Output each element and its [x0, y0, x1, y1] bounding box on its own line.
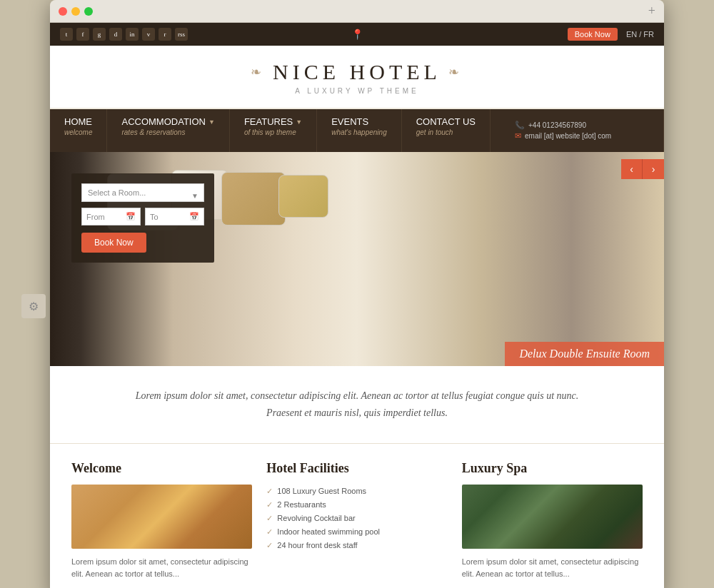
hero-nav-arrows: ‹ › — [621, 159, 664, 179]
to-calendar-icon: 📅 — [189, 212, 199, 221]
spa-text: Lorem ipsum dolor sit amet, consectetur … — [462, 556, 643, 581]
list-item: ✓Revolving Cocktail bar — [266, 512, 447, 525]
social-reddit[interactable]: r — [159, 28, 171, 41]
to-label: To — [150, 213, 159, 221]
nav-features-sub: of this wp theme — [244, 128, 302, 136]
social-vimeo[interactable]: v — [142, 28, 155, 41]
pillow-4 — [278, 175, 328, 218]
nav-events-sub: what's happening — [331, 128, 387, 136]
social-rss[interactable]: rss — [175, 28, 188, 41]
spa-column: Luxury Spa Lorem ipsum dolor sit amet, c… — [462, 461, 643, 581]
check-icon: ✓ — [266, 527, 273, 537]
facilities-column: Hotel Facilities ✓108 Luxury Guest Rooms… — [266, 461, 447, 581]
hero-section: Select a Room... Single Room Double Room… — [50, 152, 664, 366]
columns-section: Welcome Lorem ipsum dolor sit amet, cons… — [50, 444, 664, 588]
site-header: ❧ NICE HOTEL ❧ A LUXURY WP THEME — [50, 46, 664, 109]
intro-text: Lorem ipsum dolor sit amet, consectetur … — [125, 387, 589, 422]
top-bar-right: Book Now EN / FR — [568, 28, 654, 41]
decoration-left: ❧ — [251, 64, 266, 80]
nav-contact-info: 📞 +44 01234567890 ✉ email [at] website [… — [491, 109, 664, 152]
check-icon: ✓ — [266, 514, 273, 523]
list-item: ✓108 Luxury Guest Rooms — [266, 485, 447, 498]
language-switch[interactable]: EN / FR — [626, 30, 654, 39]
location-pin-icon: 📍 — [350, 27, 364, 41]
facilities-list: ✓108 Luxury Guest Rooms ✓2 Restuarants ✓… — [266, 485, 447, 552]
dot-minimize[interactable] — [71, 7, 80, 16]
email-address: email [at] website [dot] com — [525, 132, 611, 140]
nav-item-contact[interactable]: CONTACT US get in touch — [402, 109, 491, 152]
nav-home-label: HOME — [64, 116, 92, 127]
hero-next-arrow[interactable]: › — [643, 159, 664, 179]
hotel-name-text: NICE HOTEL — [273, 60, 441, 84]
nav-home-sub: welcome — [64, 128, 92, 136]
room-select[interactable]: Select a Room... Single Room Double Room… — [81, 183, 204, 202]
booking-widget: Select a Room... Single Room Double Room… — [71, 173, 214, 263]
list-item: ✓2 Restuarants — [266, 498, 447, 512]
from-calendar-icon: 📅 — [126, 212, 136, 221]
nav-features-label: FEATURES ▼ — [244, 116, 302, 127]
date-row: From 📅 To 📅 — [81, 208, 204, 225]
browser-dots — [59, 7, 93, 16]
social-linkedin[interactable]: in — [126, 28, 139, 41]
check-icon: ✓ — [266, 541, 273, 550]
website-content: t f g d in v r rss 📍 Book Now EN / FR ❧ … — [50, 23, 664, 588]
from-label: From — [86, 213, 105, 221]
hotel-name: ❧ NICE HOTEL ❧ — [50, 60, 664, 84]
spa-title: Luxury Spa — [462, 461, 643, 476]
list-item: ✓24 hour front desk staff — [266, 539, 447, 552]
top-bar: t f g d in v r rss 📍 Book Now EN / FR — [50, 23, 664, 46]
nav-accommodation-sub: rates & reservations — [121, 128, 214, 136]
phone-icon: 📞 — [515, 121, 525, 130]
welcome-text: Lorem ipsum dolor sit amet, consectetur … — [71, 556, 252, 581]
welcome-column: Welcome Lorem ipsum dolor sit amet, cons… — [71, 461, 252, 581]
contact-details: 📞 +44 01234567890 ✉ email [at] website [… — [505, 116, 649, 145]
pillow-3 — [221, 172, 286, 225]
dot-maximize[interactable] — [84, 7, 93, 16]
welcome-title: Welcome — [71, 461, 252, 476]
nav-item-home[interactable]: HOME welcome — [50, 109, 107, 152]
top-book-now-button[interactable]: Book Now — [568, 28, 618, 41]
spa-image-wrapper — [462, 485, 643, 549]
room-select-wrapper: Select a Room... Single Room Double Room… — [81, 183, 204, 208]
check-icon: ✓ — [266, 500, 273, 510]
social-digg[interactable]: d — [109, 28, 122, 41]
nav-item-events[interactable]: EVENTS what's happening — [317, 109, 402, 152]
dot-close[interactable] — [59, 7, 67, 16]
nav-contact-label: CONTACT US — [416, 116, 476, 127]
settings-button[interactable]: ⚙ — [21, 294, 46, 318]
email-line: ✉ email [at] website [dot] com — [515, 131, 639, 141]
social-facebook[interactable]: f — [76, 28, 89, 41]
social-twitter[interactable]: t — [60, 28, 73, 41]
hero-caption: Delux Double Ensuite Room — [505, 342, 664, 366]
decoration-right: ❧ — [448, 64, 463, 80]
phone-number: +44 01234567890 — [528, 121, 586, 129]
browser-window: + t f g d in v r rss 📍 Book Now EN / FR — [50, 0, 664, 588]
nav-events-label: EVENTS — [331, 116, 387, 127]
social-google[interactable]: g — [93, 28, 106, 41]
accommodation-dropdown-arrow: ▼ — [208, 118, 215, 126]
phone-line: 📞 +44 01234567890 — [515, 121, 639, 130]
features-dropdown-arrow: ▼ — [296, 118, 302, 126]
to-date-input[interactable]: To 📅 — [145, 208, 204, 225]
list-item: ✓Indoor heated swimming pool — [266, 525, 447, 539]
new-tab-button[interactable]: + — [648, 4, 655, 19]
nav-item-features[interactable]: FEATURES ▼ of this wp theme — [230, 109, 317, 152]
booking-button[interactable]: Book Now — [81, 233, 146, 253]
hero-prev-arrow[interactable]: ‹ — [621, 159, 643, 179]
main-navigation: HOME welcome ACCOMMODATION ▼ rates & res… — [50, 109, 664, 152]
nav-item-accommodation[interactable]: ACCOMMODATION ▼ rates & reservations — [107, 109, 229, 152]
hotel-tagline: A LUXURY WP THEME — [50, 87, 664, 95]
welcome-image — [71, 485, 252, 549]
spa-image — [462, 485, 643, 549]
breakfast-image — [71, 485, 252, 549]
gear-icon: ⚙ — [29, 300, 39, 313]
nav-accommodation-label: ACCOMMODATION ▼ — [121, 116, 214, 127]
check-icon: ✓ — [266, 487, 273, 496]
intro-section: Lorem ipsum dolor sit amet, consectetur … — [50, 366, 664, 444]
social-icons: t f g d in v r rss — [60, 28, 188, 41]
email-icon: ✉ — [515, 131, 521, 141]
from-date-input[interactable]: From 📅 — [81, 208, 141, 225]
facilities-title: Hotel Facilities — [266, 461, 447, 476]
browser-titlebar: + — [50, 0, 664, 23]
nav-contact-sub: get in touch — [416, 128, 476, 136]
